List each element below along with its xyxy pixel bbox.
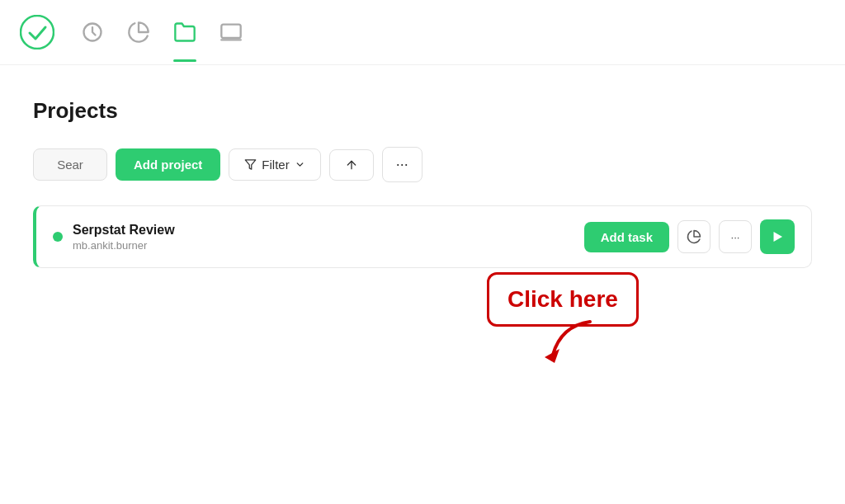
sort-icon bbox=[345, 158, 358, 172]
callout-text: Click here bbox=[507, 286, 618, 312]
laptop-icon[interactable] bbox=[220, 21, 243, 44]
project-info: Serpstat Review mb.ankit.burner bbox=[53, 223, 584, 252]
toolbar-more-button[interactable]: ··· bbox=[382, 147, 422, 182]
sort-button[interactable] bbox=[329, 149, 374, 181]
svg-rect-2 bbox=[221, 25, 240, 38]
filter-button[interactable]: Filter bbox=[229, 148, 320, 181]
active-indicator bbox=[173, 59, 196, 62]
project-details: Serpstat Review mb.ankit.burner bbox=[73, 223, 175, 252]
status-dot bbox=[53, 232, 63, 242]
filter-icon bbox=[244, 158, 257, 171]
page-title: Projects bbox=[33, 98, 812, 124]
top-nav bbox=[0, 0, 845, 65]
filter-label: Filter bbox=[262, 158, 289, 172]
folder-icon[interactable] bbox=[173, 21, 196, 44]
main-content: Projects Sear Add project Filter ··· Ser bbox=[0, 65, 845, 285]
svg-marker-6 bbox=[774, 232, 783, 242]
svg-point-0 bbox=[21, 16, 54, 49]
pie-chart-icon[interactable] bbox=[127, 21, 150, 44]
arrow-wrapper bbox=[536, 318, 602, 366]
play-icon bbox=[770, 229, 785, 244]
add-project-button[interactable]: Add project bbox=[116, 148, 220, 181]
project-sub: mb.ankit.burner bbox=[73, 239, 175, 252]
app-logo[interactable] bbox=[20, 15, 54, 49]
svg-marker-4 bbox=[246, 160, 257, 169]
project-name: Serpstat Review bbox=[73, 223, 175, 238]
toolbar: Sear Add project Filter ··· bbox=[33, 147, 812, 182]
project-reports-button[interactable] bbox=[677, 220, 710, 253]
chevron-down-icon bbox=[295, 159, 305, 170]
project-play-button[interactable] bbox=[760, 219, 795, 254]
more-dots-label: ··· bbox=[730, 231, 739, 243]
add-task-button[interactable]: Add task bbox=[584, 222, 669, 252]
project-more-button[interactable]: ··· bbox=[719, 220, 752, 253]
clock-icon[interactable] bbox=[81, 21, 104, 44]
callout-arrow bbox=[536, 318, 602, 363]
nav-icons bbox=[81, 21, 243, 44]
project-row: Serpstat Review mb.ankit.burner Add task… bbox=[33, 205, 812, 268]
project-actions: Add task ··· bbox=[584, 219, 795, 254]
pie-chart-small-icon bbox=[687, 229, 701, 244]
search-button[interactable]: Sear bbox=[33, 148, 107, 181]
svg-marker-7 bbox=[545, 349, 559, 363]
